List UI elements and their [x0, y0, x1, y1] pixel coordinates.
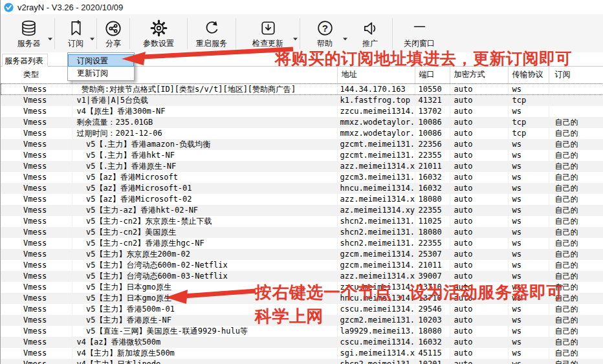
server-row[interactable]: Vmessv4【主力】日本linodeshcn2.meimei131...102…: [1, 359, 603, 364]
cell-transport: ws: [508, 348, 549, 359]
server-row[interactable]: Vmess v5【主力】东京原生200m-02gzcm.meimei1314..…: [1, 249, 603, 260]
cell-encryption: auto: [450, 106, 508, 117]
server-row[interactable]: Vmess v5【az】香港Microsoft-02azz.meimei1314…: [1, 194, 603, 205]
cell-type: Vmess: [19, 161, 72, 172]
cell-blank: [1, 271, 19, 282]
cell-blank: [1, 326, 19, 337]
menu-item-update-subscription[interactable]: 更新订阅: [68, 67, 134, 79]
cell-subscription: 自己的: [549, 249, 603, 260]
cell-type: Vmess: [19, 337, 72, 348]
server-row[interactable]: Vmess v5【az】香港Microsoft-01hncu.meimei131…: [1, 183, 603, 194]
cell-address: gzcmt.meimei131...: [337, 139, 415, 150]
cell-type: Vmess: [19, 139, 72, 150]
cell-remarks: v5【主力-cn2】东京原生-禁止下载: [72, 216, 337, 227]
cell-address: gzcmt.meimei131...: [337, 150, 415, 161]
cell-blank: [1, 282, 19, 293]
cell-remarks: v5【.主力】香港hkt-NF: [72, 150, 337, 161]
cell-subscription: 自己的: [549, 194, 603, 205]
toolbar-separator: [392, 18, 393, 49]
share-button[interactable]: 分享: [98, 16, 129, 50]
cell-port: 39007: [415, 271, 450, 282]
cell-transport: tcp: [508, 117, 549, 128]
cell-encryption: auto: [450, 83, 508, 95]
server-row[interactable]: Vmess v5【主力-cn2】东京原生-禁止下载shcn2.meimei131…: [1, 216, 603, 227]
column-header-blank[interactable]: [1, 67, 19, 83]
server-row[interactable]: Vmess过期时间：2021-12-06mmxz.wodetaylor.ml10…: [1, 128, 603, 139]
dropdown-arrow-icon[interactable]: [90, 32, 94, 43]
cell-remarks: v5【主力】台湾动态600m-02-Netflix: [72, 260, 337, 271]
v2rayn-logo-icon: [4, 3, 14, 12]
cell-address: gzcm.meimei1314...: [337, 249, 415, 260]
servers-button[interactable]: 服务器: [4, 16, 54, 50]
server-row[interactable]: Vmess剩余流量：235.01GBmmxz.wodetaylor.ml1008…: [1, 117, 603, 128]
cell-address: sgi.meimei1314.xyz: [337, 348, 415, 359]
cell-address: azz.meimei1314.xyz: [337, 161, 415, 172]
cell-port: 21011: [415, 260, 450, 271]
check-update-button-label: 检查更新: [252, 39, 283, 48]
server-row[interactable]: Vmessv1|香港|A|5台负载k1.fastfrog.top41321aut…: [1, 95, 603, 106]
cell-port: 10086: [415, 117, 450, 128]
server-row[interactable]: Vmess v5【主力-az】香港hkt-02-NFaz.meimei1314.…: [1, 205, 603, 216]
server-row[interactable]: Vmess v5【主力】台湾动态600m-03-Netflixazz.meime…: [1, 271, 603, 282]
cell-subscription: 自己的: [549, 227, 603, 238]
cell-transport: ws: [508, 83, 549, 95]
server-row[interactable]: Vmess v5【主力-cn2】香港原生hgc-NFshcn2.meimei13…: [1, 238, 603, 249]
server-row[interactable]: Vmess v5【主力-cn2】美国原生shcn2.meimei131...18…: [1, 227, 603, 238]
cell-blank: [1, 304, 19, 315]
annotation-node-line2: 科学上网: [255, 305, 564, 328]
cell-type: Vmess: [19, 238, 72, 249]
cell-blank: [1, 238, 19, 249]
subscription-button-label: 订阅: [68, 39, 83, 48]
cell-transport: ws: [508, 194, 549, 205]
server-row[interactable]: Vmess v5【az】香港Microsoftgzcm3.meimei131..…: [1, 172, 603, 183]
cell-port: 25307: [415, 249, 450, 260]
subscription-button[interactable]: 订阅: [56, 16, 96, 50]
cell-address: mmxz.wodetaylor.ml: [337, 117, 415, 128]
server-row[interactable]: Vmess v5【主力】台湾动态600m-02-Netflixgzcm.meim…: [1, 260, 603, 271]
restart-service-button[interactable]: 重启服务: [188, 16, 235, 50]
cell-blank: [1, 117, 19, 128]
cell-type: Vmess: [19, 227, 72, 238]
cell-blank: [1, 315, 19, 326]
cell-address: shcn2.meimei131...: [337, 238, 415, 249]
cell-subscription: 自己的: [549, 337, 603, 348]
server-row[interactable]: Vmess v5【.主力】香港原生-NFazz.meimei1314.xyz21…: [1, 161, 603, 172]
check-update-button[interactable]: 检查更新: [237, 16, 299, 50]
cell-address: shcn2.meimei131...: [337, 359, 415, 364]
server-row[interactable]: Vmess v5【.主力】香港amazon-负载均衡gzcmt.meimei13…: [1, 139, 603, 150]
cell-port: 10086: [415, 128, 450, 139]
cell-encryption: auto: [450, 249, 508, 260]
cell-subscription: [549, 95, 603, 106]
column-header[interactable]: 类型: [19, 67, 72, 83]
dropdown-arrow-icon[interactable]: [48, 32, 52, 43]
cell-port: 22355: [415, 205, 450, 216]
settings-button[interactable]: 参数设置: [131, 16, 186, 50]
server-row[interactable]: Vmessv4【az】香港微软500mcscu.meimei1314...160…: [1, 337, 603, 348]
cell-port: 16032: [415, 183, 450, 194]
dropdown-arrow-icon[interactable]: [343, 32, 347, 43]
server-row[interactable]: Vmessv4【主力】新加坡原生500msgi.meimei1314.xyz45…: [1, 348, 603, 359]
cell-encryption: auto: [450, 348, 508, 359]
dropdown-arrow-icon[interactable]: [293, 32, 298, 43]
cell-transport: ws: [508, 216, 549, 227]
close-window-button[interactable]: 关闭窗口: [393, 16, 445, 50]
promotion-button[interactable]: 推广: [349, 16, 391, 50]
cell-transport: tcp: [508, 95, 549, 106]
server-row[interactable]: Vmess 赞助商:对接节点格式[ID][类型s/v/t][地区][赞助商广告]…: [1, 83, 603, 95]
cell-port: 13702: [415, 106, 450, 117]
cell-remarks: 过期时间：2021-12-06: [72, 128, 337, 139]
cell-transport: ws: [508, 227, 549, 238]
cell-type: Vmess: [19, 249, 72, 260]
cell-transport: tcp: [508, 128, 549, 139]
cell-type: Vmess: [19, 117, 72, 128]
cell-port: 16032: [415, 337, 450, 348]
menu-item-subscription-settings[interactable]: 订阅设置: [68, 54, 134, 67]
help-button[interactable]: ?帮助: [301, 16, 349, 50]
cell-subscription: 自己的: [549, 348, 603, 359]
help-button-label: 帮助: [317, 39, 333, 48]
cell-transport: ws: [508, 172, 549, 183]
server-row[interactable]: Vmess v5【.主力】香港hkt-NFgzcmt.meimei131...2…: [1, 150, 603, 161]
server-row[interactable]: Vmessv4【原生】香港300m-NFzzcu.meimei1314...13…: [1, 106, 603, 117]
cell-address: azz.meimei1314.xyz: [337, 271, 415, 282]
cell-blank: [1, 337, 19, 348]
